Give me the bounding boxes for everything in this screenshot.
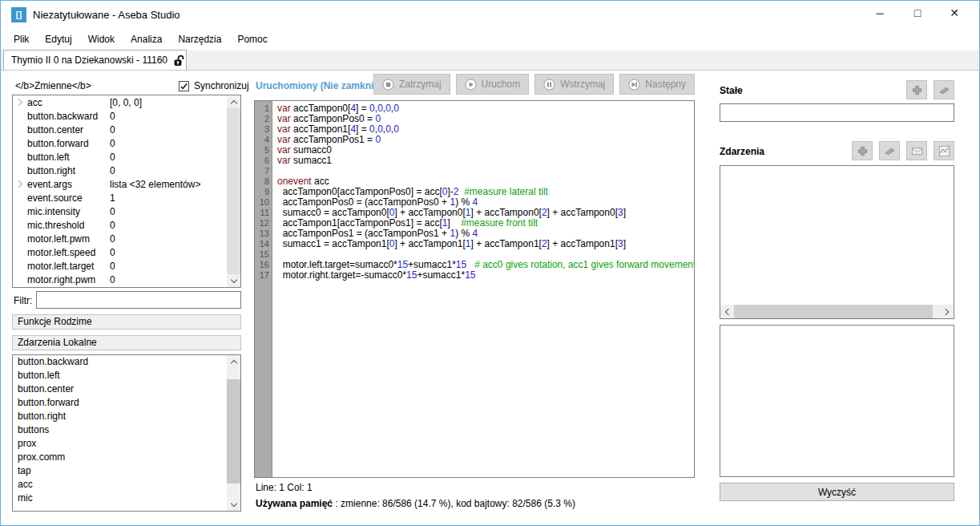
local-event-item[interactable]: button.forward <box>13 396 240 410</box>
plot-button[interactable] <box>934 141 954 160</box>
filter-input[interactable] <box>36 291 241 309</box>
local-event-item[interactable]: mic <box>13 492 240 505</box>
menu-item-narzędzia[interactable]: Narzędzia <box>170 30 229 48</box>
variable-row[interactable]: acc[0, 0, 0] <box>13 95 240 109</box>
scroll-down-arrow[interactable] <box>227 498 240 511</box>
variable-value: 0 <box>107 220 115 231</box>
local-event-item[interactable]: prox.comm <box>13 451 240 464</box>
clear-button[interactable]: Wyczyść <box>720 483 954 501</box>
add-button[interactable] <box>906 80 927 99</box>
variable-row[interactable]: button.left0 <box>13 150 240 164</box>
variable-row[interactable]: motor.left.pwm0 <box>13 232 240 245</box>
line-number-gutter: 1234567891011121314151617 <box>255 101 272 477</box>
variables-rows: acc[0, 0, 0]button.backward0button.cente… <box>13 95 240 286</box>
code-line: var accTamponPos1 = 0 <box>277 135 694 145</box>
menu-item-edytuj[interactable]: Edytuj <box>37 30 79 48</box>
maximize-button[interactable]: □ <box>899 1 936 26</box>
variable-row[interactable]: mic.intensity0 <box>13 204 240 218</box>
close-button[interactable]: ✕ <box>936 1 973 26</box>
local-event-item[interactable]: acc <box>13 478 240 492</box>
synchronize-checkbox[interactable] <box>179 81 189 91</box>
variable-name: event.source <box>27 192 107 204</box>
scroll-thumb[interactable] <box>227 379 240 484</box>
memory-usage-label: Używana pamięć <box>256 498 333 509</box>
code-editor[interactable]: 1234567891011121314151617 var accTampon0… <box>254 100 695 478</box>
button-label: Uruchom <box>482 79 521 90</box>
variable-row[interactable]: button.forward0 <box>13 136 240 150</box>
add-icon <box>857 145 869 157</box>
remove-button[interactable] <box>934 80 954 99</box>
local-event-item[interactable]: buttons <box>13 423 240 437</box>
scroll-up-arrow[interactable] <box>227 95 240 108</box>
checkmark-icon <box>179 82 188 91</box>
variable-row[interactable]: button.backward0 <box>13 109 240 123</box>
local-event-item[interactable]: tap <box>13 464 240 478</box>
menu-item-analiza[interactable]: Analiza <box>123 30 170 48</box>
constants-toolbar <box>720 80 954 99</box>
variable-row[interactable]: event.argslista <32 elementów> <box>13 177 240 191</box>
event-log-area <box>720 325 954 477</box>
line-number: 8 <box>255 176 272 187</box>
code-line <box>277 166 694 176</box>
local-event-item[interactable]: button.backward <box>13 355 240 369</box>
scroll-up-arrow[interactable] <box>227 355 240 368</box>
native-functions-section[interactable]: Funkcje Rodzime <box>12 314 241 330</box>
variable-name: button.backward <box>27 111 107 122</box>
variable-name: acc <box>27 97 107 108</box>
scroll-left-arrow[interactable] <box>720 305 734 318</box>
line-number: 6 <box>255 156 272 166</box>
uruchom-button[interactable]: Uruchom <box>456 74 530 95</box>
code-line: var sumacc1 <box>277 156 694 166</box>
minimize-button[interactable]: ─ <box>861 1 898 26</box>
variable-row[interactable]: button.right0 <box>13 164 240 177</box>
unlock-icon <box>172 55 185 67</box>
local-event-item[interactable]: button.left <box>13 369 240 382</box>
scroll-down-arrow[interactable] <box>227 274 240 287</box>
variable-row[interactable]: mic.threshold0 <box>13 218 240 232</box>
next-icon <box>628 79 640 91</box>
następny-button[interactable]: Następny <box>619 74 695 95</box>
line-number: 12 <box>255 218 272 229</box>
local-events-list: button.backwardbutton.leftbutton.centerb… <box>12 354 241 512</box>
remove-button[interactable] <box>879 141 900 160</box>
scroll-thumb[interactable] <box>734 305 933 318</box>
send-event-button[interactable] <box>906 141 927 160</box>
constants-input[interactable] <box>720 103 954 122</box>
tab-thymio[interactable]: Thymio II 0 na Dziekanowski - 11160 <box>3 50 187 70</box>
variable-name: event.args <box>27 179 107 190</box>
variable-value: 0 <box>107 233 115 245</box>
zatrzymaj-button[interactable]: Zatrzymaj <box>373 74 450 95</box>
code-area[interactable]: var accTampon0[4] = 0,0,0,0var accTampon… <box>272 101 694 477</box>
add-button[interactable] <box>852 141 873 160</box>
events-horizontal-scrollbar[interactable] <box>720 305 954 318</box>
variable-row[interactable]: motor.right.pwm0 <box>13 273 240 286</box>
expand-chevron-icon[interactable] <box>13 98 27 107</box>
line-number: 2 <box>255 114 272 124</box>
line-number: 17 <box>255 270 272 281</box>
events-list <box>720 165 954 319</box>
local-events-section[interactable]: Zdarzenia Lokalne <box>12 335 241 350</box>
local-event-item[interactable]: prox <box>13 437 240 451</box>
line-number: 3 <box>255 124 272 135</box>
variable-name: mic.threshold <box>27 220 107 231</box>
menu-item-plik[interactable]: Plik <box>6 30 37 48</box>
variable-row[interactable]: event.source1 <box>13 191 240 204</box>
variables-scrollbar[interactable] <box>227 95 240 287</box>
local-event-item[interactable]: button.right <box>13 410 240 423</box>
line-number: 9 <box>255 187 272 197</box>
variable-value: 1 <box>107 192 115 204</box>
variable-row[interactable]: motor.left.speed0 <box>13 245 240 259</box>
scroll-right-arrow[interactable] <box>940 305 954 318</box>
variable-value: 0 <box>107 247 115 258</box>
expand-chevron-icon[interactable] <box>13 180 27 188</box>
menu-item-pomoc[interactable]: Pomoc <box>229 30 275 48</box>
variable-row[interactable]: button.center0 <box>13 123 240 136</box>
button-label: Następny <box>645 79 686 90</box>
variable-row[interactable]: motor.left.target0 <box>13 259 240 273</box>
local-events-scrollbar[interactable] <box>227 355 240 511</box>
code-line: motor.right.target=-sumacc0*15+sumacc1*1… <box>277 270 694 281</box>
local-event-item[interactable]: button.center <box>13 382 240 396</box>
menu-item-widok[interactable]: Widok <box>80 30 123 48</box>
wstrzymaj-button[interactable]: Wstrzymaj <box>534 74 614 95</box>
scroll-thumb[interactable] <box>227 108 240 274</box>
